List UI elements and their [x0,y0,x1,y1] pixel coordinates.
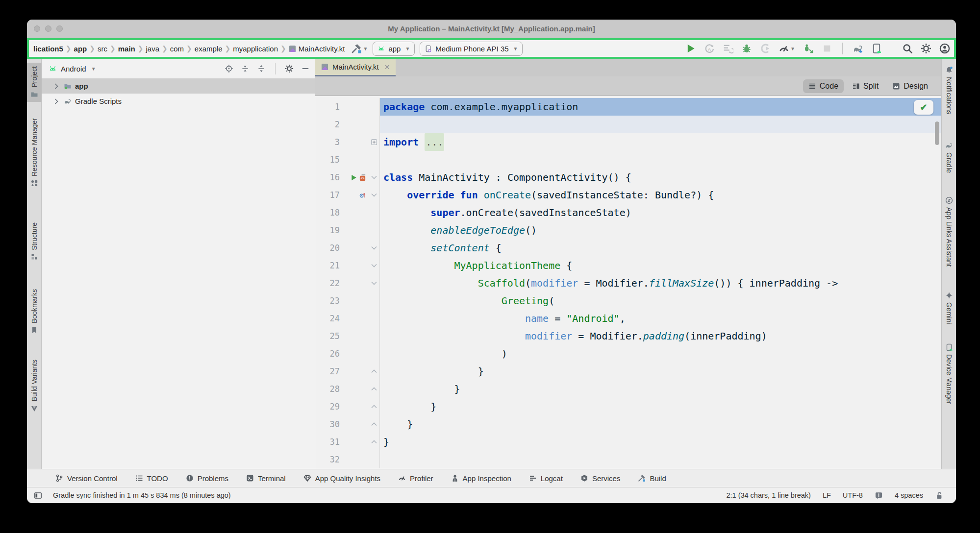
line-ending[interactable]: LF [823,491,831,499]
unlock-icon[interactable] [935,491,943,500]
project-view-selector[interactable]: Android [61,65,86,73]
profile-app-button[interactable] [760,43,771,54]
code-text[interactable]: MyApplicationTheme { [380,257,941,274]
stripe-item-build-variants[interactable]: Build Variants [27,356,42,415]
hide-panel-button[interactable] [301,64,310,73]
debug-button[interactable] [741,43,752,54]
indent-setting[interactable]: 4 spaces [895,491,923,499]
apply-code-changes-button[interactable] [723,43,733,54]
fold-marker-close-icon[interactable] [368,433,380,451]
tab-mainactivity[interactable]: MainActivity.kt ✕ [315,59,396,76]
chevron-right-icon[interactable] [52,82,60,90]
compose-icon[interactable]: <> [359,174,366,181]
stripe-item-bookmarks[interactable]: Bookmarks [27,286,42,338]
breadcrumb-item-com[interactable]: com [169,45,185,53]
fold-marker-open-icon[interactable] [368,169,380,186]
panel-options-button[interactable] [285,64,294,73]
code-text[interactable]: modifier = Modifier.padding(innerPadding… [380,327,941,345]
tree-item-app[interactable]: app [42,78,315,94]
tool-window-version-control[interactable]: Version Control [55,474,118,483]
profiler-button[interactable]: ▼ [779,43,795,54]
fold-marker-close-icon[interactable] [368,363,380,380]
code-text[interactable] [380,116,941,133]
device-manager-button[interactable] [871,43,882,54]
run-config-select[interactable]: app ▼ [373,42,415,56]
expand-all-button[interactable] [241,64,250,73]
stripe-item-device-manager[interactable]: Device Manager [942,340,956,408]
tool-window-problems[interactable]: Problems [186,474,228,483]
run-gutter-icon[interactable] [350,174,357,181]
code-text[interactable] [380,151,941,169]
tool-window-services[interactable]: Services [580,474,621,483]
collapse-all-button[interactable] [257,64,266,73]
tool-window-logcat[interactable]: Logcat [529,474,563,483]
view-mode-split[interactable]: Split [847,79,884,93]
fold-marker-close-icon[interactable] [368,398,380,415]
code-text[interactable]: } [380,398,941,415]
sync-project-button[interactable] [853,43,863,54]
tool-window-app-inspection[interactable]: App Inspection [451,474,511,483]
code-text[interactable] [380,451,941,468]
breadcrumb-item-main[interactable]: main [117,45,137,53]
editor-scrollbar[interactable] [935,121,939,145]
breadcrumb-item-app[interactable]: app [73,45,89,53]
stripe-item-gemini[interactable]: Gemini [942,288,956,327]
settings-button[interactable] [921,43,931,54]
stripe-item-structure[interactable]: Structure [27,219,42,265]
override-icon[interactable] [359,192,366,199]
stripe-item-notifications[interactable]: Notifications [942,63,956,118]
code-text[interactable]: } [380,380,941,398]
code-text[interactable]: } [380,433,941,451]
breadcrumb-item-java[interactable]: java [144,45,161,53]
code-text[interactable]: Greeting( [380,292,941,310]
search-everywhere-button[interactable] [902,43,913,54]
run-button[interactable] [685,43,696,54]
tool-window-profiler[interactable]: Profiler [398,474,433,483]
code-text[interactable]: } [380,363,941,380]
code-text[interactable]: super.onCreate(savedInstanceState) [380,204,941,221]
code-text[interactable]: name = "Android", [380,310,941,327]
code-text[interactable]: } [380,415,941,433]
apply-changes-restart-button[interactable]: A [704,43,715,54]
code-text[interactable]: import ... [380,133,941,151]
chevron-right-icon[interactable] [52,97,60,105]
tool-window-layout-icon[interactable] [34,491,42,500]
breadcrumb-item-mainactivity-kt[interactable]: MainActivity.kt [287,45,347,53]
view-mode-design[interactable]: Design [887,79,933,93]
fold-marker-close-icon[interactable] [368,415,380,433]
fold-marker-plus-icon[interactable] [368,133,380,151]
breadcrumb-item-src[interactable]: src [96,45,109,53]
build-button[interactable]: ▼ [351,43,368,54]
caret-position[interactable]: 2:1 (34 chars, 1 line break) [726,491,810,499]
code-text[interactable]: Scaffold(modifier = Modifier.fillMaxSize… [380,274,941,292]
stripe-item-gradle[interactable]: Gradle [942,138,956,176]
inspections-status-widget[interactable]: ✔ [914,100,933,115]
code-text[interactable]: class MainActivity : ComponentActivity()… [380,169,941,186]
file-encoding[interactable]: UTF-8 [843,491,863,499]
stripe-item-app-links-assistant[interactable]: App Links Assistant [942,193,956,270]
code-text[interactable]: enableEdgeToEdge() [380,221,941,239]
device-select[interactable]: Medium Phone API 35 ▼ [420,42,523,56]
tool-window-terminal[interactable]: Terminal [246,474,286,483]
fold-marker-open-icon[interactable] [368,239,380,257]
tool-window-build[interactable]: Build [638,474,666,483]
fold-marker-open-icon[interactable] [368,257,380,274]
attach-debugger-button[interactable] [803,43,814,54]
code-area[interactable]: 1package com.example.myapplication23impo… [315,96,941,469]
code-text[interactable]: ) [380,345,941,363]
status-message[interactable]: Gradle sync finished in 1 m 45 s 834 ms … [53,491,231,499]
tool-window-todo[interactable]: TODO [135,474,168,483]
code-text[interactable]: package com.example.myapplication [380,98,941,116]
locate-file-button[interactable] [225,64,233,73]
stripe-item-project[interactable]: Project [27,63,42,102]
breadcrumb-item-myapplication[interactable]: myapplication [231,45,279,53]
code-text[interactable]: override fun onCreate(savedInstanceState… [380,186,941,204]
tool-window-app-quality-insights[interactable]: App Quality Insights [303,474,380,483]
breadcrumb-item-example[interactable]: example [193,45,224,53]
tree-item-gradle-scripts[interactable]: Gradle Scripts [42,94,315,109]
breadcrumb-item-lication5[interactable]: lication5 [32,45,65,53]
fold-marker-open-icon[interactable] [368,186,380,204]
account-button[interactable] [939,43,950,54]
view-mode-code[interactable]: Code [803,79,844,93]
close-tab-icon[interactable]: ✕ [384,63,390,71]
